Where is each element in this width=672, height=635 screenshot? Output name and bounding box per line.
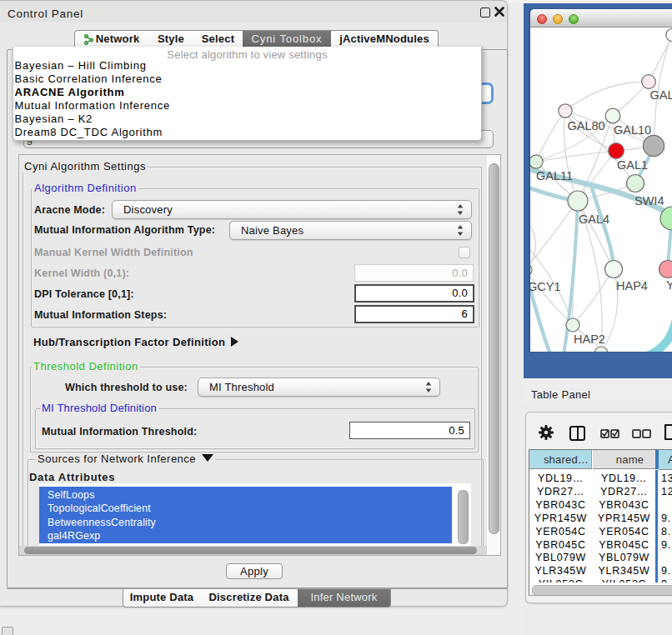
svg-text:SWI4: SWI4 xyxy=(634,194,664,208)
svg-text:Y: Y xyxy=(666,278,672,292)
svg-text:GAL80: GAL80 xyxy=(568,119,605,132)
svg-text:GAL10: GAL10 xyxy=(614,123,651,137)
svg-text:GAL4: GAL4 xyxy=(579,212,609,226)
svg-text:GAL11: GAL11 xyxy=(536,169,573,182)
svg-text:GAL1: GAL1 xyxy=(617,158,648,172)
svg-text:GAL7: GAL7 xyxy=(650,88,672,102)
svg-text:HAP2: HAP2 xyxy=(574,332,605,346)
svg-text:GCY1: GCY1 xyxy=(530,280,561,293)
svg-text:HAP4: HAP4 xyxy=(616,279,648,292)
